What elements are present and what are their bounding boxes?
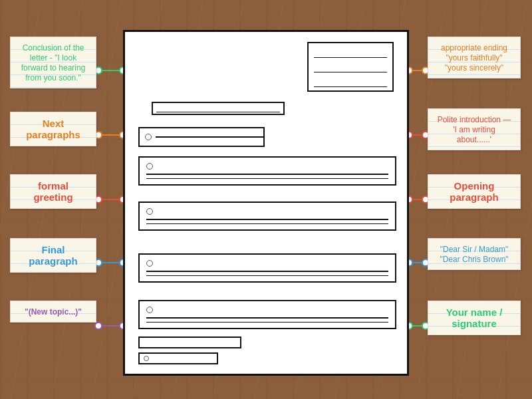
para2-line1 (146, 219, 388, 220)
paragraph-box-1 (138, 156, 396, 186)
para1-line1 (146, 174, 388, 175)
para3-line1 (146, 271, 388, 272)
card-new-topic: "(New topic...)" (10, 301, 96, 323)
para2-line2 (146, 223, 388, 225)
sig-circle (144, 356, 149, 361)
sig-line-1 (138, 336, 241, 348)
para1-line2 (146, 178, 388, 180)
card-conclusion: Conclusion of the letter - "I look forwa… (10, 37, 96, 88)
para4-circle (146, 307, 153, 313)
para3-line2 (146, 275, 388, 277)
para3-circle (146, 260, 153, 267)
card-dear-sir: "Dear Sir / Madam" "Dear Chris Brown" (428, 238, 521, 270)
address-line-2 (314, 63, 387, 72)
card-appropriate-ending: appropriate ending "yours faithfully" "y… (428, 37, 521, 78)
para2-circle (146, 208, 153, 215)
greeting-box (138, 127, 265, 147)
address-block (307, 42, 394, 92)
paragraph-box-2 (138, 201, 396, 231)
para4-line1 (146, 317, 388, 319)
address-line-3 (314, 78, 387, 87)
card-opening-paragraph: Opening paragraph (428, 174, 521, 209)
greeting-line (156, 136, 263, 138)
svg-point-14 (95, 323, 102, 329)
address-line-1 (314, 49, 387, 58)
date-line (152, 102, 285, 115)
signature-area (138, 336, 241, 364)
card-next-paragraphs: Next paragraphs (10, 112, 96, 146)
sig-line-2 (138, 352, 218, 364)
card-final-paragraph: Final paragraph (10, 238, 96, 273)
para1-circle (146, 163, 153, 170)
card-polite-intro: Polite introduction — 'I am writing abou… (428, 108, 521, 150)
paragraph-box-3 (138, 253, 396, 283)
paragraph-box-4 (138, 300, 396, 329)
card-formal-greeting: formal greeting (10, 174, 96, 209)
letter-document (123, 30, 409, 376)
para4-line2 (146, 322, 388, 323)
greeting-circle (145, 134, 152, 140)
card-your-name: Your name / signature (428, 301, 521, 335)
